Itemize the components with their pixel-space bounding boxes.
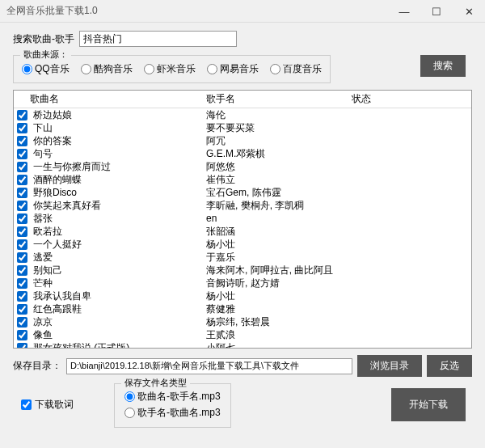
row-checkbox[interactable] xyxy=(17,304,27,315)
filename-group: 保存文件名类型 歌曲名-歌手名.mp3歌手名-歌曲名.mp3 xyxy=(114,383,231,428)
row-checkbox[interactable] xyxy=(17,252,27,263)
search-button[interactable]: 搜索 xyxy=(420,55,466,77)
minimize-button[interactable]: — xyxy=(388,0,420,23)
row-checkbox[interactable] xyxy=(17,149,27,159)
row-checkbox[interactable] xyxy=(17,136,27,146)
cell-status xyxy=(348,139,471,142)
lyric-checkbox[interactable] xyxy=(21,399,32,410)
window-title: 全网音乐批量下载1.0 xyxy=(6,4,98,18)
row-checkbox[interactable] xyxy=(17,226,27,237)
list-header: 歌曲名 歌手名 状态 xyxy=(14,91,471,108)
cell-status xyxy=(348,191,471,194)
cell-status xyxy=(348,320,471,323)
col-song: 歌曲名 xyxy=(14,91,203,108)
cell-status xyxy=(348,165,471,168)
cell-status xyxy=(348,243,471,246)
source-option-2[interactable]: 虾米音乐 xyxy=(144,62,196,76)
source-legend: 歌曲来源： xyxy=(20,49,71,61)
row-checkbox[interactable] xyxy=(17,343,27,349)
cell-artist: 小阿七 xyxy=(203,340,348,349)
cell-status xyxy=(348,256,471,259)
row-checkbox[interactable] xyxy=(17,110,27,120)
lyric-checkbox-label[interactable]: 下载歌词 xyxy=(21,398,74,412)
search-input[interactable] xyxy=(79,31,237,47)
search-label: 搜索歌曲-歌手 xyxy=(13,32,74,46)
source-radio-1[interactable] xyxy=(81,64,91,74)
row-checkbox[interactable] xyxy=(17,265,27,276)
save-label: 保存目录： xyxy=(13,359,61,373)
invert-button[interactable]: 反选 xyxy=(427,355,472,377)
row-checkbox[interactable] xyxy=(17,239,27,250)
row-checkbox[interactable] xyxy=(17,317,27,328)
cell-status xyxy=(348,126,471,129)
row-checkbox[interactable] xyxy=(17,213,27,224)
row-checkbox[interactable] xyxy=(17,162,27,172)
cell-status xyxy=(348,204,471,207)
filename-legend: 保存文件名类型 xyxy=(121,377,190,389)
row-checkbox[interactable] xyxy=(17,330,27,340)
row-checkbox[interactable] xyxy=(17,278,27,289)
row-checkbox[interactable] xyxy=(17,175,27,185)
source-radio-4[interactable] xyxy=(270,64,280,74)
table-row[interactable]: 那女孩对我说 (正式版)小阿七 xyxy=(14,341,471,349)
cell-status xyxy=(348,230,471,233)
cell-status xyxy=(348,333,471,336)
maximize-button[interactable]: ☐ xyxy=(420,0,453,23)
cell-status xyxy=(348,307,471,311)
source-radio-0[interactable] xyxy=(22,64,32,74)
source-option-1[interactable]: 酷狗音乐 xyxy=(81,62,133,76)
row-checkbox[interactable] xyxy=(17,188,27,198)
fname-radio-1[interactable] xyxy=(124,408,135,418)
source-option-4[interactable]: 百度音乐 xyxy=(270,62,322,76)
cell-status xyxy=(348,113,471,116)
titlebar: 全网音乐批量下载1.0 — ☐ ✕ xyxy=(0,0,485,23)
fname-option-1[interactable]: 歌手名-歌曲名.mp3 xyxy=(124,406,221,420)
cell-song: 那女孩对我说 (正式版) xyxy=(30,340,203,349)
source-radio-3[interactable] xyxy=(207,64,217,74)
close-button[interactable]: ✕ xyxy=(453,0,485,23)
row-checkbox[interactable] xyxy=(17,291,27,302)
cell-status xyxy=(348,178,471,181)
cell-status xyxy=(348,294,471,298)
source-option-3[interactable]: 网易音乐 xyxy=(207,62,259,76)
song-list[interactable]: 歌曲名 歌手名 状态 桥边姑娘海伦下山要不要买菜你的答案阿冗句号G.E.M.邓紫… xyxy=(13,90,472,349)
col-artist: 歌手名 xyxy=(203,91,348,108)
window-controls: — ☐ ✕ xyxy=(388,0,485,23)
source-option-0[interactable]: QQ音乐 xyxy=(22,62,70,76)
row-checkbox[interactable] xyxy=(17,123,27,133)
browse-button[interactable]: 浏览目录 xyxy=(357,355,422,377)
fname-radio-0[interactable] xyxy=(124,391,135,402)
fname-option-0[interactable]: 歌曲名-歌手名.mp3 xyxy=(124,390,221,404)
start-button[interactable]: 开始下载 xyxy=(391,388,466,421)
save-path-input[interactable] xyxy=(66,358,352,374)
source-group: 歌曲来源： QQ音乐酷狗音乐虾米音乐网易音乐百度音乐 xyxy=(13,55,331,83)
cell-status xyxy=(348,268,471,272)
cell-status xyxy=(348,152,471,155)
col-status: 状态 xyxy=(348,91,471,108)
cell-status xyxy=(348,217,471,220)
source-radio-2[interactable] xyxy=(144,64,154,74)
row-checkbox[interactable] xyxy=(17,201,27,211)
cell-status xyxy=(348,346,471,349)
cell-status xyxy=(348,281,471,285)
